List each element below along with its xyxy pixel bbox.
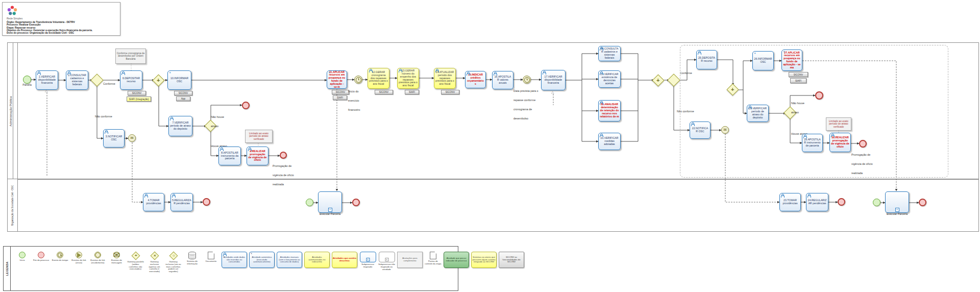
person-icon bbox=[369, 69, 372, 72]
task-notificar-osc-2[interactable]: 22.NOTIFICAR OSC bbox=[690, 121, 710, 139]
start-event-execucao[interactable] bbox=[306, 199, 313, 206]
tag-app: App bbox=[176, 96, 190, 101]
task-atualizar-periodo-repasses[interactable]: 14.ATUALIZAR período dos repasses previs… bbox=[434, 68, 456, 89]
task-apostilar-valores[interactable]: 16.APOSTILAR valores anuais bbox=[492, 71, 513, 89]
task-consultar-cadastros-2[interactable]: 18.CONSULTAR cadastros e sistemas federa… bbox=[598, 46, 621, 61]
node-label: Limitado ao exato período de atraso veri… bbox=[827, 120, 850, 128]
task-notificar-osc[interactable]: 3.NOTIFICAR OSC bbox=[103, 129, 125, 148]
legend-item-label: Atividades onde dados são inseridos ou c… bbox=[223, 256, 246, 263]
end-event-prorrogacao-2[interactable] bbox=[859, 140, 867, 148]
legend-item-label: Início bbox=[19, 259, 24, 262]
node-label: SIAFI bbox=[337, 96, 343, 99]
end-event-execucao[interactable] bbox=[352, 199, 360, 206]
end-event-prorrogacao[interactable] bbox=[280, 152, 287, 159]
node-label: 26.INFORMAR OSC bbox=[754, 58, 772, 64]
message-event-notificacao[interactable]: ✉ bbox=[128, 134, 136, 142]
end-event-osc[interactable] bbox=[203, 198, 210, 206]
task-consultar-cadastros[interactable]: 2.CONSULTAR cadastros e sistemas federai… bbox=[66, 70, 88, 90]
legend-item-box-annotation: Anotações para complemento bbox=[397, 252, 423, 268]
ev-link-send-icon bbox=[76, 252, 82, 258]
task-regularizar-pendencias[interactable]: 5.REGULARIZAR pendências bbox=[170, 193, 193, 211]
task-gerar-numero-empenho[interactable]: 13.GERAR número do empenho dos repasses … bbox=[397, 68, 419, 89]
lane-label-text: Organização da Sociedade Civil - OSC bbox=[11, 185, 14, 225]
gear-icon: ✳ bbox=[754, 52, 756, 55]
person-icon bbox=[467, 72, 469, 75]
end-event[interactable] bbox=[242, 102, 250, 109]
task-tomar-providencias-2[interactable]: 23.TOMAR providências bbox=[779, 193, 801, 211]
lane-divider bbox=[7, 179, 979, 180]
task-verificar-disponibilidade-2[interactable]: 17.VERIFICAR disponibilidade financeira bbox=[541, 70, 566, 90]
task-analisar-retencao[interactable]: 20.ANALISAR determinação de retenção do … bbox=[598, 100, 621, 121]
node-label: 2.CONSULTAR cadastros e sistemas federai… bbox=[67, 74, 87, 86]
person-icon bbox=[435, 69, 438, 72]
node-label: SIAFI bbox=[795, 80, 801, 82]
legend-item-ev-timer: Evento de tempo bbox=[52, 252, 68, 262]
doc-icon bbox=[208, 252, 214, 259]
gear-icon: ✳ bbox=[328, 71, 330, 74]
legend-item-doc2: Pontos de controle da etapa bbox=[425, 252, 442, 265]
doc2-icon bbox=[430, 252, 436, 259]
legend-item-label: Atividades que contém descritivo bbox=[333, 257, 356, 262]
tag-siconv: SICONV bbox=[441, 90, 459, 94]
subprocess-executar-parceria-2[interactable]: +Executar Parceria bbox=[885, 191, 909, 213]
task-verificar-disponibilidade-financeira[interactable]: 1.VERIFICAR disponibilidade financeira bbox=[36, 70, 58, 90]
process-metadata: Órgão: Departamento de Transferência Vol… bbox=[7, 21, 118, 35]
task-gerar-cronograma-repasses[interactable]: 12.GERAR cronograma dos repasses previst… bbox=[368, 68, 389, 89]
legend-item-ev-link-send: Eventos de link (envio) bbox=[70, 252, 87, 264]
task-informar-osc[interactable]: ✳10.INFORMAR OSC bbox=[167, 70, 191, 90]
task-verificar-denuncias[interactable]: 19.VERIFICAR existência de denúncias ace… bbox=[598, 70, 621, 88]
edge-label-houve-atraso: Houve atraso bbox=[211, 140, 234, 144]
annotation-cronograma-desembolso: Conforme cronograma de desembolso por Or… bbox=[115, 48, 146, 64]
task-regularizar-pendencias-2[interactable]: 24.REGULARIZAR pendências bbox=[806, 193, 828, 211]
task-tomar-providencias[interactable]: 4.TOMAR providências bbox=[143, 193, 164, 211]
legend-item-box-desc: Atividades que contém descritivo bbox=[332, 252, 357, 268]
end-event-osc-2[interactable] bbox=[838, 198, 845, 206]
legend-item-label: Pontos de controle da etapa bbox=[425, 260, 442, 265]
task-verificar-periodo-atraso-2[interactable]: 28.VERIFICAR período de atraso do depósi… bbox=[747, 105, 769, 122]
legend-item-label: Atividade automática (executada automati… bbox=[250, 256, 274, 263]
node-label: Não conforme bbox=[95, 115, 112, 118]
person-icon bbox=[494, 72, 496, 75]
legend-item-gw-parallel: +Gateway paralelo (ambos caminhos são ex… bbox=[127, 252, 144, 271]
end-event-2[interactable] bbox=[815, 91, 823, 100]
subprocess-executar-parceria[interactable]: +Executar Parceria bbox=[318, 191, 342, 213]
legend-item-box-sys-grey: SICONV ou funcionalidades do SICONV bbox=[499, 252, 524, 268]
task-informar-osc-2[interactable]: ✳26.INFORMAR OSC bbox=[752, 51, 774, 70]
sub-unmapped-icon: + bbox=[379, 252, 395, 262]
legend-item-label: Documento bbox=[206, 260, 216, 263]
ev-message-icon: ✉ bbox=[113, 252, 120, 258]
task-depositar-recurso-2[interactable]: 25.DEPOSITAR recurso bbox=[696, 50, 717, 69]
legend-item-gw-inclusive: ○Gateway inclusivo (um ou mais caminhos … bbox=[165, 252, 182, 273]
task-verificar-periodo-atraso[interactable]: 7.VERIFICAR período de atraso do depósit… bbox=[168, 116, 192, 136]
task-depositar-recurso[interactable]: 6.DEPOSITAR recurso bbox=[120, 70, 142, 90]
start-event-parcela[interactable]: Parcela bbox=[23, 76, 31, 84]
message-event-notificacao-2[interactable]: ✉ bbox=[721, 126, 729, 134]
timer-event-data-repasse[interactable] bbox=[523, 76, 531, 84]
task-indicar-creditos[interactable]: 15.INDICAR créditos orçamentários bbox=[465, 71, 486, 88]
annotation-limitado-periodo-atraso: Limitado ao exato período de atraso veri… bbox=[245, 130, 273, 143]
task-aplicar-recursos[interactable]: ✳11.APLICAR recursos em poupança ou fund… bbox=[327, 70, 347, 89]
annotation-limitado-periodo-atraso-2: Limitado ao exato período de atraso veri… bbox=[826, 117, 851, 131]
label-prorrogacao-realizada-2: Prorrogação de vigência de ofício realiz… bbox=[851, 149, 875, 160]
label-prorrogacao-realizada: Prorrogação de vigência de ofício realiz… bbox=[273, 160, 295, 171]
timer-event-inicio-exercicio[interactable] bbox=[354, 76, 362, 84]
person-icon bbox=[223, 253, 226, 256]
gear-icon: ✳ bbox=[169, 71, 171, 74]
end-event-execucao-2[interactable] bbox=[919, 199, 926, 206]
tag-siconv: SICONV bbox=[375, 90, 393, 94]
task-apostilar-instrumento-2[interactable]: 29.APOSTILAR instrumento de parceria bbox=[802, 134, 823, 152]
lane-label-osc: Organização da Sociedade Civil - OSC bbox=[7, 179, 18, 232]
node-label: 10.INFORMAR OSC bbox=[169, 77, 190, 83]
start-event-execucao-2[interactable] bbox=[873, 199, 880, 206]
task-aplicar-recursos-2[interactable]: ✳27.APLICAR recursos em poupança ou fund… bbox=[781, 50, 802, 71]
task-apostilar-instrumento[interactable]: 8.APOSTILAR instrumento da parceria bbox=[218, 147, 241, 165]
bpmn-diagram-page: { "header": { "brand": "Rede Simples", "… bbox=[0, 0, 980, 292]
tag-siafi: SIAFI bbox=[790, 78, 806, 83]
task-verificar-medidas[interactable]: 21.VERIFICAR medidas adotadas bbox=[598, 133, 621, 150]
task-realizar-prorrogacao-vigencia-2[interactable]: 30.REALIZAR prorrogação de vigência de o… bbox=[829, 133, 851, 152]
legend-item-box-sys-yellow: Sistemas ou atores que possuem algum sis… bbox=[471, 252, 497, 268]
node-label: 25.DEPOSITAR recurso bbox=[698, 57, 716, 63]
legend-item-label: Atividades automatizadas no redesenho bbox=[305, 256, 329, 263]
task-realizar-prorrogacao-vigencia[interactable]: 9.REALIZAR prorrogação de vigência de of… bbox=[247, 147, 268, 165]
person-icon bbox=[105, 130, 107, 133]
